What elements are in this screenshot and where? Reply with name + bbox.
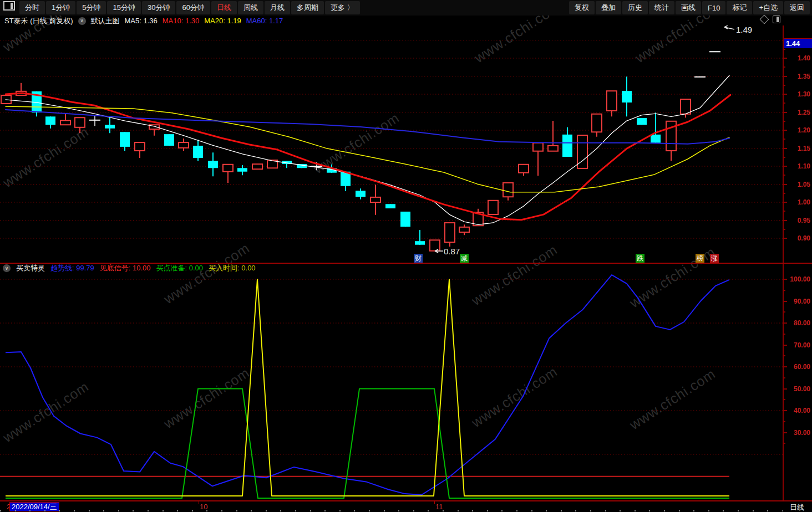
- menu-item-period-4[interactable]: 30分钟: [142, 1, 175, 14]
- split-screen-icon[interactable]: [773, 16, 780, 23]
- menu-item-period-3[interactable]: 15分钟: [107, 1, 140, 14]
- axis-tick: [784, 388, 787, 390]
- ma-label-0: MA5: 1.36: [125, 17, 158, 25]
- indicator-param-2: 买点准备: 0.00: [156, 263, 204, 273]
- candle: [592, 114, 602, 137]
- axis-tick: [784, 334, 785, 335]
- time-axis-ticks[interactable]: [0, 510, 783, 511]
- menu-item-tool-2[interactable]: 历史: [622, 1, 648, 14]
- axis-tick: [784, 103, 785, 104]
- axis-tick: [784, 290, 785, 291]
- candle: [488, 201, 498, 214]
- chart-corner-controls: [761, 16, 780, 23]
- price-axis-label: 1.10: [798, 162, 810, 170]
- axis-tick: [784, 49, 785, 50]
- axis-tick: [784, 130, 787, 131]
- current-price-tag: 1.44: [784, 38, 812, 48]
- candle: [385, 204, 395, 208]
- axis-tick: [784, 148, 787, 149]
- chevron-down-icon[interactable]: ∨: [3, 264, 11, 272]
- indicator-axis-label: 100.00: [790, 275, 810, 283]
- svg-text:0.87: 0.87: [444, 247, 460, 256]
- indicator-params: 趋势线: 99.79见底信号: 10.00买点准备: 0.00买入时间: 0.0…: [50, 263, 256, 273]
- menu-item-tool-7[interactable]: +自选: [753, 1, 783, 14]
- candle: [548, 121, 558, 151]
- candle: [45, 116, 55, 128]
- indicator-param-0: 趋势线: 99.79: [50, 263, 94, 273]
- indicator-axis-label: 90.00: [794, 298, 810, 305]
- candle: [237, 165, 247, 175]
- menu-item-tool-0[interactable]: 复权: [569, 1, 595, 14]
- candle: [637, 118, 647, 125]
- axis-tick: [784, 112, 787, 113]
- axis-tick: [784, 238, 787, 239]
- candle: [164, 134, 174, 146]
- axis-tick: [784, 184, 787, 185]
- menu-item-period-5[interactable]: 60分钟: [176, 1, 210, 14]
- period-menu-group: 分时1分钟5分钟15分钟30分钟60分钟日线周线月线多周期更多 〉: [2, 1, 360, 14]
- indicator-axis-label: 40.00: [794, 407, 810, 414]
- candle: [120, 132, 130, 151]
- price-axis-label: 1.35: [798, 73, 810, 80]
- menu-item-tool-3[interactable]: 统计: [649, 1, 674, 14]
- candle: [400, 212, 410, 227]
- candle: [75, 117, 85, 133]
- signal-badge-2: 跌: [636, 254, 644, 263]
- price-axis-label: 1.20: [798, 126, 810, 134]
- axis-tick: [784, 220, 787, 221]
- indicator-axis-label: 60.00: [794, 363, 810, 371]
- price-axis-label: 0.90: [798, 234, 810, 242]
- menu-item-period-10[interactable]: 更多 〉: [325, 1, 360, 14]
- chevron-down-icon[interactable]: ∨: [78, 17, 86, 25]
- candle: [607, 91, 617, 116]
- indicator-param-1: 见底信号: 10.00: [100, 263, 151, 273]
- menu-item-period-8[interactable]: 月线: [265, 1, 290, 14]
- candle: [371, 185, 380, 215]
- menu-item-tool-6[interactable]: 标记: [727, 1, 752, 14]
- candle: [105, 117, 115, 133]
- month-tick: [199, 501, 199, 504]
- candle: [356, 188, 366, 199]
- menu-item-period-2[interactable]: 5分钟: [77, 1, 106, 14]
- candle: [282, 161, 292, 168]
- price-axis-label: 1.15: [798, 145, 810, 152]
- candle: [193, 140, 203, 161]
- menu-item-tool-4[interactable]: 画线: [676, 1, 701, 14]
- axis-tick: [784, 85, 785, 86]
- candle: [135, 142, 145, 158]
- candle: [89, 115, 100, 126]
- signal-badge-4: 涨: [710, 254, 719, 263]
- ma-label-1: MA10: 1.30: [163, 17, 200, 25]
- indicator-axis-label: 80.00: [794, 319, 810, 327]
- axis-tick: [784, 410, 787, 411]
- menu-item-period-1[interactable]: 1分钟: [46, 1, 75, 14]
- main-candlestick-chart[interactable]: 1.490.87: [0, 25, 783, 263]
- axis-tick: [784, 58, 787, 59]
- tools-menu-group: 复权叠加历史统计画线F10标记+自选返回: [569, 1, 810, 14]
- menu-item-tool-8[interactable]: 返回: [784, 1, 810, 14]
- candle: [562, 127, 572, 157]
- candle: [651, 112, 661, 143]
- indicator-chart[interactable]: [0, 273, 783, 500]
- candlestick-series: [1, 52, 720, 250]
- period-label[interactable]: 日线: [790, 503, 804, 512]
- ma-label-3: MA60: 1.17: [246, 17, 283, 25]
- menu-item-tool-5[interactable]: F10: [702, 1, 725, 14]
- overlay-label[interactable]: 默认主图: [91, 16, 120, 26]
- candle: [533, 143, 543, 176]
- month-tick: [434, 501, 435, 504]
- price-axis-label: 1.25: [798, 109, 810, 116]
- menu-item-period-6[interactable]: 日线: [211, 1, 237, 14]
- axis-tick: [784, 139, 785, 140]
- axis-tick: [784, 229, 785, 230]
- axis-tick: [784, 76, 787, 77]
- candle: [445, 223, 455, 247]
- indicator-gridlines: [0, 279, 783, 454]
- menu-item-period-0[interactable]: 分时: [19, 1, 45, 14]
- diamond-icon[interactable]: [760, 15, 769, 24]
- menu-item-tool-1[interactable]: 叠加: [596, 1, 621, 14]
- axis-tick: [784, 399, 785, 400]
- menu-item-period-9[interactable]: 多周期: [291, 1, 324, 14]
- app-window-icon[interactable]: [3, 1, 15, 11]
- menu-item-period-7[interactable]: 周线: [238, 1, 263, 14]
